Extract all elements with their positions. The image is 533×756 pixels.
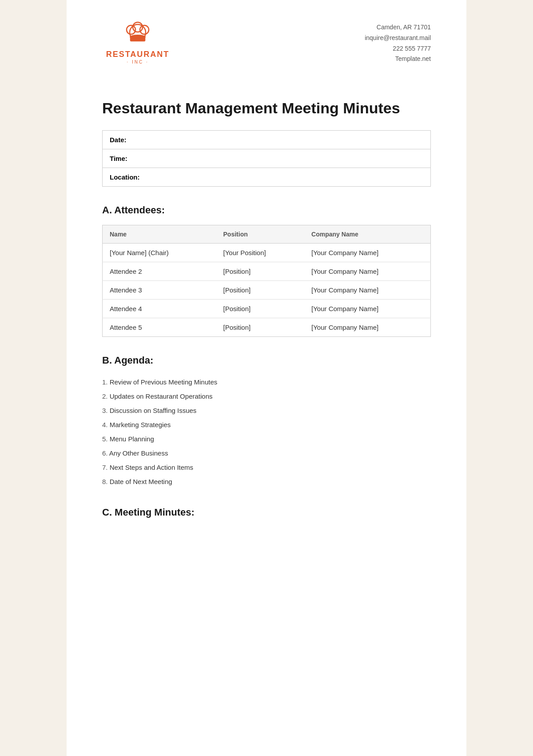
- table-cell: Attendee 4: [103, 300, 216, 318]
- table-cell: [Your Name] (Chair): [103, 244, 216, 262]
- table-row: Attendee 5[Position][Your Company Name]: [103, 318, 431, 337]
- list-item: Discussion on Staffing Issues: [102, 404, 431, 418]
- restaurant-logo: RESTAURANT · INC ·: [102, 18, 173, 71]
- svg-text:· INC ·: · INC ·: [127, 60, 148, 64]
- table-cell: [Position]: [216, 262, 305, 281]
- attendees-col-header: Position: [216, 225, 305, 244]
- table-row: Attendee 2[Position][Your Company Name]: [103, 262, 431, 281]
- attendees-col-header: Company Name: [304, 225, 430, 244]
- table-cell: [Your Company Name]: [304, 318, 430, 337]
- meeting-minutes-heading: C. Meeting Minutes:: [102, 507, 431, 518]
- attendees-col-header: Name: [103, 225, 216, 244]
- info-table: Date:Time:Location:: [102, 130, 431, 187]
- table-cell: [Your Company Name]: [304, 281, 430, 300]
- page: RESTAURANT · INC · Camden, AR 71701 inqu…: [67, 0, 466, 756]
- list-item: Marketing Strategies: [102, 418, 431, 432]
- contact-phone: 222 555 7777: [365, 44, 431, 54]
- table-cell: [Position]: [216, 318, 305, 337]
- table-cell: [Position]: [216, 300, 305, 318]
- info-value: [160, 131, 431, 149]
- list-item: Any Other Business: [102, 446, 431, 460]
- attendees-table: NamePositionCompany Name [Your Name] (Ch…: [102, 225, 431, 337]
- info-value: [160, 168, 431, 187]
- table-row: Attendee 4[Position][Your Company Name]: [103, 300, 431, 318]
- info-value: [160, 149, 431, 168]
- table-cell: [Position]: [216, 281, 305, 300]
- svg-text:RESTAURANT: RESTAURANT: [106, 50, 170, 59]
- table-cell: Attendee 3: [103, 281, 216, 300]
- list-item: Menu Planning: [102, 432, 431, 446]
- info-label: Location:: [103, 168, 160, 187]
- table-cell: [Your Company Name]: [304, 262, 430, 281]
- list-item: Next Steps and Action Items: [102, 460, 431, 475]
- table-cell: [Your Company Name]: [304, 244, 430, 262]
- table-cell: Attendee 5: [103, 318, 216, 337]
- contact-email: inquire@restaurant.mail: [365, 33, 431, 44]
- logo-area: RESTAURANT · INC ·: [102, 18, 173, 73]
- info-row: Location:: [103, 168, 431, 187]
- table-row: [Your Name] (Chair)[Your Position][Your …: [103, 244, 431, 262]
- list-item: Date of Next Meeting: [102, 475, 431, 489]
- list-item: Review of Previous Meeting Minutes: [102, 375, 431, 389]
- info-row: Date:: [103, 131, 431, 149]
- table-row: Attendee 3[Position][Your Company Name]: [103, 281, 431, 300]
- agenda-heading: B. Agenda:: [102, 355, 431, 366]
- contact-info: Camden, AR 71701 inquire@restaurant.mail…: [365, 18, 431, 64]
- table-cell: [Your Company Name]: [304, 300, 430, 318]
- document-title: Restaurant Management Meeting Minutes: [102, 100, 431, 117]
- svg-point-2: [130, 35, 146, 39]
- table-cell: [Your Position]: [216, 244, 305, 262]
- info-label: Date:: [103, 131, 160, 149]
- info-label: Time:: [103, 149, 160, 168]
- info-row: Time:: [103, 149, 431, 168]
- agenda-list: Review of Previous Meeting MinutesUpdate…: [102, 375, 431, 489]
- header: RESTAURANT · INC · Camden, AR 71701 inqu…: [102, 18, 431, 73]
- contact-website: Template.net: [365, 54, 431, 64]
- contact-address: Camden, AR 71701: [365, 22, 431, 33]
- table-cell: Attendee 2: [103, 262, 216, 281]
- attendees-heading: A. Attendees:: [102, 204, 431, 216]
- list-item: Updates on Restaurant Operations: [102, 389, 431, 404]
